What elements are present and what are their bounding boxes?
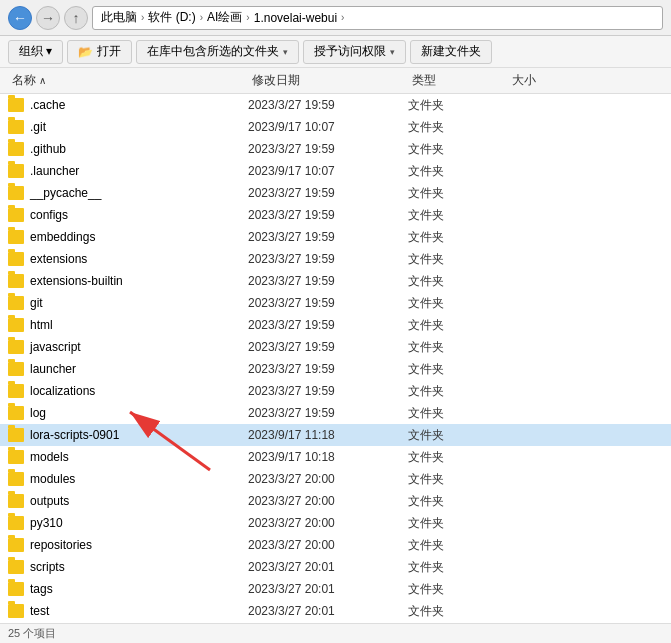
file-type: 文件夹: [408, 405, 508, 422]
table-row[interactable]: .launcher 2023/9/17 10:07 文件夹: [0, 160, 671, 182]
status-bar: 25 个项目: [0, 623, 671, 643]
file-date: 2023/9/17 10:18: [248, 450, 408, 464]
table-row[interactable]: extensions-builtin 2023/3/27 19:59 文件夹: [0, 270, 671, 292]
folder-icon: [8, 340, 24, 354]
file-date: 2023/3/27 19:59: [248, 230, 408, 244]
file-type: 文件夹: [408, 493, 508, 510]
file-type: 文件夹: [408, 273, 508, 290]
file-date: 2023/9/17 11:18: [248, 428, 408, 442]
file-name-cell: tags: [8, 582, 248, 596]
col-type-header[interactable]: 类型: [408, 70, 508, 91]
col-name-header[interactable]: 名称 ∧: [8, 70, 248, 91]
file-name-cell: configs: [8, 208, 248, 222]
sep3: ›: [246, 12, 249, 23]
folder-icon: [8, 142, 24, 156]
access-label: 授予访问权限: [314, 43, 386, 60]
table-row[interactable]: launcher 2023/3/27 19:59 文件夹: [0, 358, 671, 380]
file-date: 2023/3/27 19:59: [248, 142, 408, 156]
breadcrumb-computer[interactable]: 此电脑: [101, 9, 137, 26]
forward-button[interactable]: →: [36, 6, 60, 30]
table-row[interactable]: extensions 2023/3/27 19:59 文件夹: [0, 248, 671, 270]
table-row[interactable]: javascript 2023/3/27 19:59 文件夹: [0, 336, 671, 358]
access-button[interactable]: 授予访问权限 ▾: [303, 40, 406, 64]
file-type: 文件夹: [408, 581, 508, 598]
breadcrumb-drive[interactable]: 软件 (D:): [148, 9, 195, 26]
table-row[interactable]: scripts 2023/3/27 20:01 文件夹: [0, 556, 671, 578]
file-name: __pycache__: [30, 186, 101, 200]
file-date: 2023/3/27 19:59: [248, 296, 408, 310]
organize-label: 组织 ▾: [19, 43, 52, 60]
file-type: 文件夹: [408, 251, 508, 268]
folder-icon: [8, 296, 24, 310]
file-name: lora-scripts-0901: [30, 428, 119, 442]
file-date: 2023/3/27 20:01: [248, 582, 408, 596]
toolbar: 组织 ▾ 📂 打开 在库中包含所选的文件夹 ▾ 授予访问权限 ▾ 新建文件夹: [0, 36, 671, 68]
file-date: 2023/3/27 19:59: [248, 340, 408, 354]
file-name-cell: repositories: [8, 538, 248, 552]
folder-icon: [8, 318, 24, 332]
file-type: 文件夹: [408, 163, 508, 180]
folder-icon: [8, 120, 24, 134]
open-button[interactable]: 📂 打开: [67, 40, 132, 64]
file-type: 文件夹: [408, 361, 508, 378]
col-size-header[interactable]: 大小: [508, 70, 588, 91]
open-label: 打开: [97, 43, 121, 60]
file-date: 2023/3/27 20:01: [248, 560, 408, 574]
breadcrumb-folder[interactable]: AI绘画: [207, 9, 242, 26]
folder-icon: [8, 604, 24, 618]
back-button[interactable]: ←: [8, 6, 32, 30]
file-name: git: [30, 296, 43, 310]
access-dropdown-arrow: ▾: [390, 47, 395, 57]
new-folder-button[interactable]: 新建文件夹: [410, 40, 492, 64]
file-date: 2023/3/27 19:59: [248, 252, 408, 266]
table-row[interactable]: lora-scripts-0901 2023/9/17 11:18 文件夹: [0, 424, 671, 446]
table-row[interactable]: git 2023/3/27 19:59 文件夹: [0, 292, 671, 314]
file-name: html: [30, 318, 53, 332]
file-date: 2023/3/27 19:59: [248, 186, 408, 200]
table-row[interactable]: test 2023/3/27 20:01 文件夹: [0, 600, 671, 621]
table-row[interactable]: embeddings 2023/3/27 19:59 文件夹: [0, 226, 671, 248]
file-name-cell: extensions-builtin: [8, 274, 248, 288]
address-bar[interactable]: 此电脑 › 软件 (D:) › AI绘画 › 1.novelai-webui ›: [92, 6, 663, 30]
folder-icon: [8, 274, 24, 288]
table-row[interactable]: __pycache__ 2023/3/27 19:59 文件夹: [0, 182, 671, 204]
table-row[interactable]: configs 2023/3/27 19:59 文件夹: [0, 204, 671, 226]
file-name-cell: log: [8, 406, 248, 420]
file-name: embeddings: [30, 230, 95, 244]
open-icon: 📂: [78, 45, 93, 59]
include-library-label: 在库中包含所选的文件夹: [147, 43, 279, 60]
file-name-cell: outputs: [8, 494, 248, 508]
table-row[interactable]: models 2023/9/17 10:18 文件夹: [0, 446, 671, 468]
file-date: 2023/9/17 10:07: [248, 164, 408, 178]
organize-button[interactable]: 组织 ▾: [8, 40, 63, 64]
file-list: .cache 2023/3/27 19:59 文件夹 .git 2023/9/1…: [0, 94, 671, 621]
include-library-button[interactable]: 在库中包含所选的文件夹 ▾: [136, 40, 299, 64]
table-row[interactable]: outputs 2023/3/27 20:00 文件夹: [0, 490, 671, 512]
file-date: 2023/3/27 19:59: [248, 208, 408, 222]
file-name: tags: [30, 582, 53, 596]
file-name-cell: embeddings: [8, 230, 248, 244]
up-button[interactable]: ↑: [64, 6, 88, 30]
table-row[interactable]: html 2023/3/27 19:59 文件夹: [0, 314, 671, 336]
file-name: outputs: [30, 494, 69, 508]
table-row[interactable]: log 2023/3/27 19:59 文件夹: [0, 402, 671, 424]
file-name-cell: py310: [8, 516, 248, 530]
file-date: 2023/3/27 19:59: [248, 362, 408, 376]
table-row[interactable]: modules 2023/3/27 20:00 文件夹: [0, 468, 671, 490]
table-row[interactable]: py310 2023/3/27 20:00 文件夹: [0, 512, 671, 534]
table-row[interactable]: .github 2023/3/27 19:59 文件夹: [0, 138, 671, 160]
table-row[interactable]: repositories 2023/3/27 20:00 文件夹: [0, 534, 671, 556]
file-name: .launcher: [30, 164, 79, 178]
table-row[interactable]: localizations 2023/3/27 19:59 文件夹: [0, 380, 671, 402]
table-row[interactable]: .git 2023/9/17 10:07 文件夹: [0, 116, 671, 138]
table-row[interactable]: tags 2023/3/27 20:01 文件夹: [0, 578, 671, 600]
file-type: 文件夹: [408, 317, 508, 334]
breadcrumb-current[interactable]: 1.novelai-webui: [254, 11, 337, 25]
file-name-cell: localizations: [8, 384, 248, 398]
file-type: 文件夹: [408, 537, 508, 554]
col-modified-header[interactable]: 修改日期: [248, 70, 408, 91]
table-row[interactable]: .cache 2023/3/27 19:59 文件夹: [0, 94, 671, 116]
file-date: 2023/3/27 20:00: [248, 494, 408, 508]
folder-icon: [8, 186, 24, 200]
folder-icon: [8, 230, 24, 244]
